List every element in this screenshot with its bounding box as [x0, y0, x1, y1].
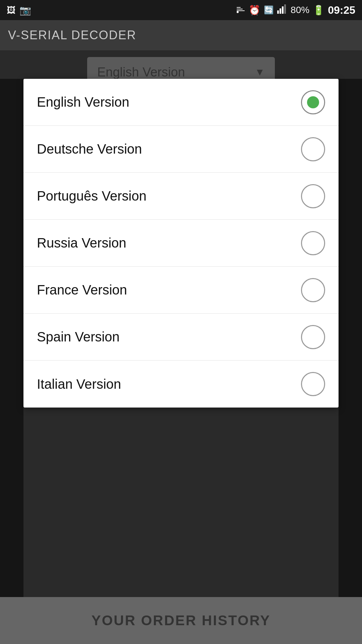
dropdown-selected-label: English Version [97, 65, 185, 79]
svg-rect-0 [237, 10, 245, 11]
dim-overlay-left [0, 79, 23, 597]
radio-dot-english [307, 96, 319, 108]
language-option-portugues[interactable]: Português Version [23, 173, 339, 220]
language-option-deutsche[interactable]: Deutsche Version [23, 126, 339, 173]
chevron-down-icon: ▼ [255, 66, 265, 78]
radio-button-spain[interactable] [301, 325, 325, 349]
radio-button-france[interactable] [301, 278, 325, 302]
language-option-france[interactable]: France Version [23, 267, 339, 314]
svg-point-3 [237, 11, 239, 13]
language-dropdown-menu: English VersionDeutsche VersionPortuguês… [23, 79, 339, 408]
status-bar-right: ⏰ 🔄 80% 🔋 09:25 [236, 4, 355, 16]
language-option-russia[interactable]: Russia Version [23, 220, 339, 267]
svg-rect-7 [284, 4, 286, 14]
svg-rect-1 [237, 9, 243, 9]
language-option-italian[interactable]: Italian Version [23, 361, 339, 408]
camera-icon: 📷 [19, 5, 31, 16]
svg-rect-6 [282, 6, 284, 14]
language-option-english[interactable]: English Version [23, 79, 339, 126]
status-time: 09:25 [328, 4, 355, 16]
app-title: V-SERIAL DECODER [8, 28, 136, 42]
svg-rect-2 [237, 7, 241, 8]
status-bar: 🖼 📷 ⏰ 🔄 80% 🔋 [0, 0, 362, 20]
order-history-button[interactable]: YOUR ORDER HISTORY [0, 597, 362, 644]
radio-button-deutsche[interactable] [301, 137, 325, 161]
language-option-label-spain: Spain Version [37, 329, 120, 344]
sync-icon: 🔄 [264, 5, 274, 15]
radio-button-english[interactable] [301, 90, 325, 114]
battery-icon: 🔋 [313, 5, 324, 16]
language-option-label-english: English Version [37, 95, 129, 110]
dim-overlay-right [339, 79, 362, 597]
cast-icon [236, 4, 245, 16]
svg-rect-5 [280, 8, 281, 14]
order-history-label: YOUR ORDER HISTORY [92, 612, 271, 629]
language-option-label-deutsche: Deutsche Version [37, 142, 142, 157]
battery-level: 80% [291, 5, 309, 15]
language-option-label-france: France Version [37, 282, 127, 298]
alarm-icon: ⏰ [249, 5, 260, 16]
radio-button-russia[interactable] [301, 231, 325, 255]
language-option-label-russia: Russia Version [37, 235, 126, 251]
language-option-spain[interactable]: Spain Version [23, 314, 339, 361]
photo-icon: 🖼 [7, 5, 15, 15]
status-bar-left-icons: 🖼 📷 [7, 5, 31, 16]
signal-icon [277, 4, 287, 16]
language-option-label-italian: Italian Version [37, 377, 121, 392]
app-title-bar: V-SERIAL DECODER [0, 20, 362, 50]
radio-button-portugues[interactable] [301, 184, 325, 208]
language-option-label-portugues: Português Version [37, 189, 146, 204]
radio-button-italian[interactable] [301, 372, 325, 396]
svg-rect-4 [277, 10, 279, 14]
